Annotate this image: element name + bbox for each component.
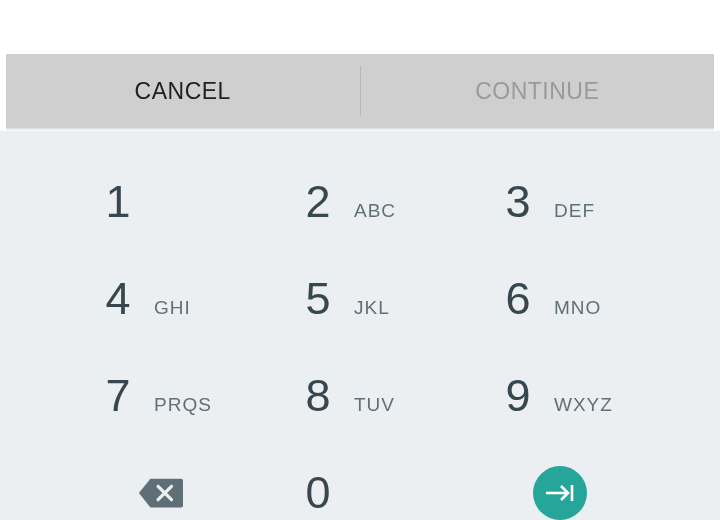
key-letters: DEF: [554, 200, 624, 222]
key-8[interactable]: 8 TUV: [260, 347, 460, 444]
key-enter[interactable]: [460, 444, 660, 520]
key-digit: 1: [96, 176, 140, 228]
keypad-row: 1 2 ABC 3 DEF: [0, 153, 720, 250]
continue-button[interactable]: CONTINUE: [361, 54, 715, 128]
key-letters: MNO: [554, 297, 624, 319]
keypad-row: 4 GHI 5 JKL 6 MNO: [0, 250, 720, 347]
top-blank-area: [0, 0, 720, 54]
key-digit: 8: [296, 370, 340, 422]
key-digit: 9: [496, 370, 540, 422]
cancel-button[interactable]: CANCEL: [6, 54, 360, 128]
key-digit: 5: [296, 273, 340, 325]
enter-icon: [533, 466, 587, 520]
key-2[interactable]: 2 ABC: [260, 153, 460, 250]
key-backspace[interactable]: [60, 444, 260, 520]
numeric-keypad: 1 2 ABC 3 DEF 4 GHI 5 JK: [0, 131, 720, 520]
keypad-row: 0: [0, 444, 720, 520]
key-digit: 0: [296, 467, 340, 519]
key-digit: 6: [496, 273, 540, 325]
key-7[interactable]: 7 PRQS: [60, 347, 260, 444]
key-1[interactable]: 1: [60, 153, 260, 250]
key-0[interactable]: 0: [260, 444, 460, 520]
key-digit: 2: [296, 176, 340, 228]
key-digit: 4: [96, 273, 140, 325]
keypad-row: 7 PRQS 8 TUV 9 WXYZ: [0, 347, 720, 444]
key-6[interactable]: 6 MNO: [460, 250, 660, 347]
key-letters: ABC: [354, 200, 424, 222]
key-5[interactable]: 5 JKL: [260, 250, 460, 347]
key-letters: PRQS: [154, 394, 224, 416]
key-digit: 7: [96, 370, 140, 422]
backspace-icon: [137, 477, 183, 509]
key-4[interactable]: 4 GHI: [60, 250, 260, 347]
key-letters: WXYZ: [554, 394, 624, 416]
action-button-bar: CANCEL CONTINUE: [6, 54, 714, 128]
key-letters: JKL: [354, 297, 424, 319]
key-3[interactable]: 3 DEF: [460, 153, 660, 250]
key-letters: TUV: [354, 394, 424, 416]
key-digit: 3: [496, 176, 540, 228]
key-letters: GHI: [154, 297, 224, 319]
key-9[interactable]: 9 WXYZ: [460, 347, 660, 444]
